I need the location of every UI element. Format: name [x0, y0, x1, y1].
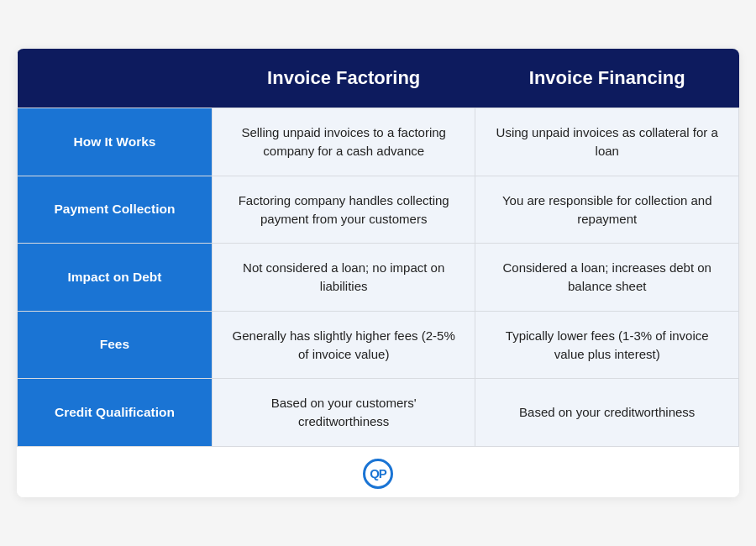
- header-factoring-col: Invoice Factoring: [212, 49, 475, 108]
- row-factoring-value: Selling unpaid invoices to a factoring c…: [212, 108, 475, 176]
- row-factoring-value: Based on your customers' creditworthines…: [212, 379, 475, 447]
- comparison-table: Invoice Factoring Invoice Financing How …: [17, 49, 739, 447]
- row-factoring-value: Not considered a loan; no impact on liab…: [212, 244, 475, 312]
- row-label: How It Works: [18, 108, 213, 176]
- table-row: How It WorksSelling unpaid invoices to a…: [18, 108, 739, 176]
- table-row: FeesGenerally has slightly higher fees (…: [18, 311, 739, 379]
- row-financing-value: You are responsible for collection and r…: [475, 176, 739, 244]
- header-label-col: [18, 49, 213, 108]
- table-row: Impact on DebtNot considered a loan; no …: [18, 244, 739, 312]
- row-label: Fees: [18, 311, 213, 379]
- row-label: Payment Collection: [18, 176, 213, 244]
- row-financing-value: Typically lower fees (1-3% of invoice va…: [475, 311, 739, 379]
- logo: QP: [363, 459, 393, 489]
- footer: QP: [17, 447, 739, 497]
- comparison-table-container: Invoice Factoring Invoice Financing How …: [17, 49, 739, 497]
- table-row: Credit QualificationBased on your custom…: [18, 379, 739, 447]
- row-factoring-value: Generally has slightly higher fees (2-5%…: [212, 311, 475, 379]
- row-factoring-value: Factoring company handles collecting pay…: [212, 176, 475, 244]
- header-financing-col: Invoice Financing: [475, 49, 739, 108]
- header-row: Invoice Factoring Invoice Financing: [18, 49, 739, 108]
- row-financing-value: Considered a loan; increases debt on bal…: [475, 244, 739, 312]
- row-label: Credit Qualification: [18, 379, 213, 447]
- table-row: Payment CollectionFactoring company hand…: [18, 176, 739, 244]
- row-financing-value: Using unpaid invoices as collateral for …: [475, 108, 739, 176]
- row-financing-value: Based on your creditworthiness: [475, 379, 739, 447]
- row-label: Impact on Debt: [18, 244, 213, 312]
